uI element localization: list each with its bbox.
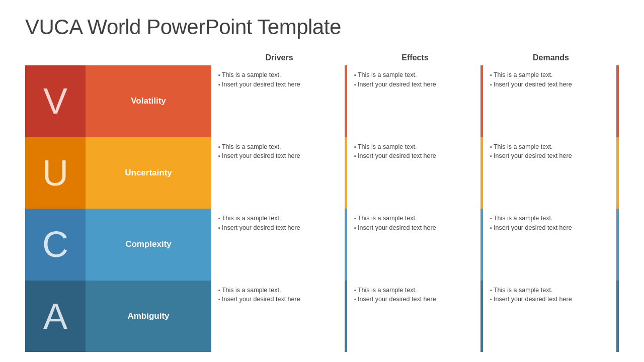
left-row-a: AAmbiguity [25,281,211,352]
col-drivers: This is a sample text.Insert your desire… [211,65,345,352]
col-header-effects: Effects [347,53,483,62]
cell-demands-a: This is a sample text.Insert your desire… [483,281,616,352]
col-header-demands: Demands [483,53,619,62]
column-headers: Drivers Effects Demands [211,53,619,62]
cell-demands-u: This is a sample text.Insert your desire… [483,137,616,209]
cell-effects-a: This is a sample text.Insert your desire… [347,281,480,352]
sample-text-line2: Insert your desired text here [354,295,473,304]
sample-text-line2: Insert your desired text here [218,80,338,89]
sample-text-line1: This is a sample text. [354,70,473,80]
sample-text-line1: This is a sample text. [490,286,609,295]
sample-text-line2: Insert your desired text here [490,151,609,161]
letter-v: V [25,65,86,137]
left-panel: VVolatilityUUncertaintyCComplexityAAmbig… [25,65,211,352]
sample-text-line2: Insert your desired text here [354,151,473,161]
label-uncertainty: Uncertainty [86,137,211,209]
right-panel: This is a sample text.Insert your desire… [211,65,619,352]
cell-drivers-a: This is a sample text.Insert your desire… [211,281,345,352]
label-complexity: Complexity [86,209,211,281]
cell-effects-u: This is a sample text.Insert your desire… [347,137,480,209]
col-header-drivers: Drivers [211,53,347,62]
sample-text-line2: Insert your desired text here [354,223,473,233]
sample-text-line2: Insert your desired text here [218,295,338,304]
cell-effects-v: This is a sample text.Insert your desire… [347,65,480,137]
sample-text-line2: Insert your desired text here [490,223,609,233]
left-row-c: CComplexity [25,209,211,281]
sample-text-line2: Insert your desired text here [354,80,473,89]
sample-text-line1: This is a sample text. [218,142,338,152]
label-volatility: Volatility [86,65,211,137]
sample-text-line1: This is a sample text. [354,286,473,295]
cell-demands-v: This is a sample text.Insert your desire… [483,65,616,137]
cell-drivers-v: This is a sample text.Insert your desire… [211,65,345,137]
left-row-u: UUncertainty [25,137,211,209]
sample-text-line2: Insert your desired text here [218,223,338,233]
page-title: VUCA World PowerPoint Template [25,15,619,39]
sample-text-line1: This is a sample text. [218,214,338,223]
sample-text-line1: This is a sample text. [490,214,609,223]
cell-effects-c: This is a sample text.Insert your desire… [347,209,480,281]
sample-text-line1: This is a sample text. [490,142,609,152]
right-edge-bar [616,65,619,352]
letter-a: A [25,281,86,352]
sample-text-line1: This is a sample text. [218,286,338,295]
cell-demands-c: This is a sample text.Insert your desire… [483,209,616,281]
sample-text-line2: Insert your desired text here [490,80,609,89]
sample-text-line1: This is a sample text. [354,214,473,223]
table-body: VVolatilityUUncertaintyCComplexityAAmbig… [25,65,619,352]
letter-u: U [25,137,86,209]
sample-text-line1: This is a sample text. [354,142,473,152]
cell-drivers-c: This is a sample text.Insert your desire… [211,209,345,281]
cell-drivers-u: This is a sample text.Insert your desire… [211,137,345,209]
sample-text-line1: This is a sample text. [490,70,609,80]
col-effects: This is a sample text.Insert your desire… [347,65,480,352]
table-container: Drivers Effects Demands VVolatilityUUnce… [25,53,619,352]
sample-text-line2: Insert your desired text here [218,151,338,161]
col-demands: This is a sample text.Insert your desire… [483,65,616,352]
sample-text-line1: This is a sample text. [218,70,338,80]
left-row-v: VVolatility [25,65,211,137]
sample-text-line2: Insert your desired text here [490,295,609,304]
label-ambiguity: Ambiguity [86,281,211,352]
letter-c: C [25,209,86,281]
